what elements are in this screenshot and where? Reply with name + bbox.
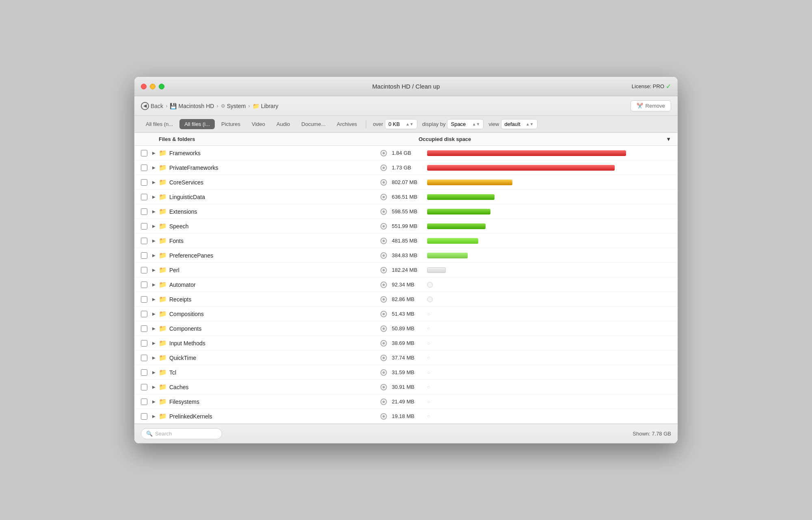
folder-icon: 📁: [159, 339, 167, 347]
row-expand-icon[interactable]: ▶: [151, 399, 157, 405]
row-expand-icon[interactable]: ▶: [151, 223, 157, 230]
bar-container: [427, 194, 671, 200]
main-window: Macintosh HD / Clean up License: PRO ✓ ◀…: [134, 76, 678, 444]
back-arrow-icon: ◀: [141, 102, 149, 110]
row-expand-icon[interactable]: ▶: [151, 384, 157, 390]
tab-all-files-i[interactable]: All files (i...: [179, 119, 215, 129]
bar-container: ○: [427, 399, 671, 405]
table-row: ▶ 📁 Perl 182.24 MB: [134, 263, 678, 277]
sep1: ›: [166, 103, 167, 109]
tab-archives[interactable]: Archives: [332, 119, 362, 129]
folder-icon: 📁: [159, 383, 167, 391]
library-label: Library: [261, 103, 279, 109]
row-checkbox[interactable]: [141, 296, 147, 303]
remove-button[interactable]: ✂️ Remove: [631, 100, 671, 111]
row-checkbox[interactable]: [141, 252, 147, 259]
row-name: Compositions: [169, 311, 380, 317]
row-size-area: 481.85 MB: [380, 238, 671, 244]
search-box[interactable]: 🔍 Search: [141, 428, 222, 439]
row-expand-icon[interactable]: ▶: [151, 369, 157, 376]
row-checkbox[interactable]: [141, 267, 147, 273]
size-target-icon: [380, 282, 387, 288]
space-chevron-icon: ▲▼: [472, 122, 480, 126]
row-expand-icon[interactable]: ▶: [151, 282, 157, 288]
bar-container: ○: [427, 325, 671, 332]
col-space-header: Occupied disk space ▼: [419, 136, 671, 142]
size-chevron-icon: ▲▼: [406, 122, 414, 126]
row-size-area: 551.99 MB: [380, 223, 671, 230]
close-button[interactable]: [141, 84, 147, 89]
tab-documents[interactable]: Docume...: [296, 119, 330, 129]
tab-all-files-n[interactable]: All files (n...: [141, 119, 178, 129]
row-checkbox[interactable]: [141, 150, 147, 156]
row-expand-icon[interactable]: ▶: [151, 413, 157, 420]
maximize-button[interactable]: [159, 84, 164, 89]
folder-icon: 📁: [159, 368, 167, 376]
sort-chevron-icon[interactable]: ▼: [666, 136, 671, 142]
content-area: Files & folders Occupied disk space ▼ ▶ …: [134, 133, 678, 424]
row-checkbox[interactable]: [141, 399, 147, 405]
row-expand-icon[interactable]: ▶: [151, 355, 157, 361]
tab-audio[interactable]: Audio: [272, 119, 295, 129]
row-name: Extensions: [169, 208, 380, 215]
row-checkbox[interactable]: [141, 208, 147, 215]
row-expand-icon[interactable]: ▶: [151, 296, 157, 303]
row-checkbox[interactable]: [141, 179, 147, 186]
size-target-icon: [380, 384, 387, 390]
window-title: Macintosh HD / Clean up: [372, 83, 440, 90]
folder-icon: 📁: [159, 193, 167, 201]
row-expand-icon[interactable]: ▶: [151, 150, 157, 156]
row-size-value: 92.34 MB: [392, 282, 422, 288]
row-expand-icon[interactable]: ▶: [151, 340, 157, 347]
row-expand-icon[interactable]: ▶: [151, 267, 157, 273]
row-name: Components: [169, 325, 380, 332]
row-expand-icon[interactable]: ▶: [151, 165, 157, 171]
hd-label: Macintosh HD: [178, 103, 214, 109]
table-row: ▶ 📁 PrelinkedKernels 19.18 MB ○: [134, 409, 678, 424]
size-select[interactable]: 0 KB ▲▼: [385, 119, 417, 129]
row-checkbox[interactable]: [141, 369, 147, 376]
row-checkbox[interactable]: [141, 311, 147, 317]
table-row: ▶ 📁 Compositions 51.43 MB ○: [134, 307, 678, 321]
back-button[interactable]: ◀ Back: [141, 102, 163, 110]
folder-icon: 📁: [159, 412, 167, 420]
row-size-area: 38.69 MB ○: [380, 340, 671, 347]
minimize-button[interactable]: [150, 84, 155, 89]
space-select[interactable]: Space ▲▼: [447, 119, 484, 129]
breadcrumb-hd[interactable]: 💾 Macintosh HD: [170, 103, 214, 109]
toolbar: ◀ Back › 💾 Macintosh HD › ⚙ System › 📁 L…: [134, 96, 678, 116]
row-checkbox[interactable]: [141, 194, 147, 200]
row-checkbox[interactable]: [141, 413, 147, 420]
row-checkbox[interactable]: [141, 223, 147, 230]
row-expand-icon[interactable]: ▶: [151, 311, 157, 317]
row-checkbox[interactable]: [141, 282, 147, 288]
row-size-value: 636.51 MB: [392, 194, 422, 200]
row-size-value: 551.99 MB: [392, 223, 422, 229]
bar-container: [427, 223, 671, 230]
size-target-icon: [380, 340, 387, 347]
row-checkbox[interactable]: [141, 238, 147, 244]
size-target-icon: [380, 238, 387, 244]
row-checkbox[interactable]: [141, 325, 147, 332]
row-size-area: 30.91 MB ○: [380, 384, 671, 390]
breadcrumb-system[interactable]: ⚙ System: [221, 103, 246, 109]
row-size-area: 19.18 MB ○: [380, 413, 671, 420]
row-checkbox[interactable]: [141, 165, 147, 171]
row-expand-icon[interactable]: ▶: [151, 252, 157, 259]
view-select[interactable]: default ▲▼: [501, 119, 538, 129]
row-expand-icon[interactable]: ▶: [151, 194, 157, 200]
row-checkbox[interactable]: [141, 355, 147, 361]
bar-container: [427, 267, 671, 273]
breadcrumb-library[interactable]: 📁 Library: [253, 103, 279, 109]
row-checkbox[interactable]: [141, 384, 147, 390]
row-expand-icon[interactable]: ▶: [151, 208, 157, 215]
row-expand-icon[interactable]: ▶: [151, 238, 157, 244]
remove-icon: ✂️: [637, 103, 643, 109]
row-expand-icon[interactable]: ▶: [151, 179, 157, 186]
tab-video[interactable]: Video: [247, 119, 270, 129]
row-expand-icon[interactable]: ▶: [151, 325, 157, 332]
row-checkbox[interactable]: [141, 340, 147, 347]
folder-icon: 📁: [159, 178, 167, 186]
tab-pictures[interactable]: Pictures: [216, 119, 245, 129]
row-name: Filesystems: [169, 399, 380, 405]
